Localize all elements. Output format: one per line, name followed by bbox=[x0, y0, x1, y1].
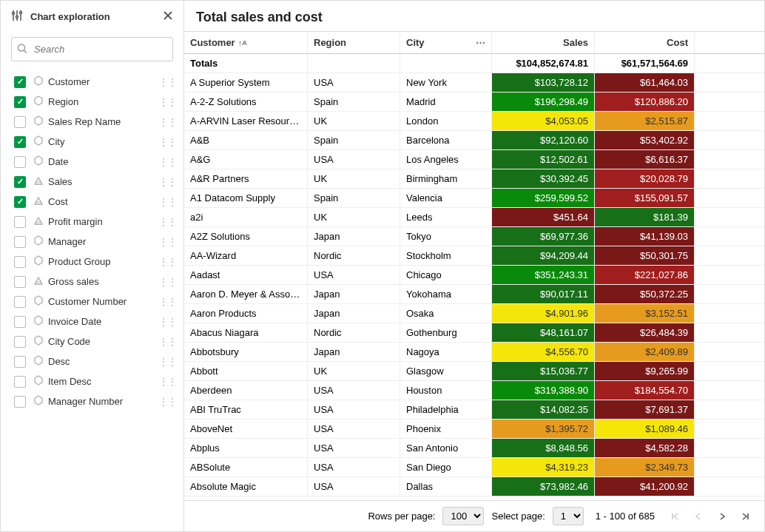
field-item[interactable]: Region⋮⋮ bbox=[1, 92, 183, 112]
drag-handle-icon[interactable]: ⋮⋮ bbox=[158, 256, 176, 268]
table-row[interactable]: A2Z SolutionsJapanTokyo$69,977.36$41,139… bbox=[184, 227, 764, 246]
last-page-button[interactable] bbox=[738, 508, 754, 525]
drag-handle-icon[interactable]: ⋮⋮ bbox=[158, 236, 176, 248]
cell-sales: $351,243.31 bbox=[492, 266, 595, 284]
drag-handle-icon[interactable]: ⋮⋮ bbox=[158, 336, 176, 348]
checkbox[interactable] bbox=[14, 336, 26, 348]
table-row[interactable]: AboveNetUSAPhoenix$1,395.72$1,089.46 bbox=[184, 420, 764, 439]
table-row[interactable]: AberdeenUSAHouston$319,388.90$184,554.70 bbox=[184, 381, 764, 400]
sidebar-search bbox=[11, 37, 173, 61]
drag-handle-icon[interactable]: ⋮⋮ bbox=[158, 396, 176, 408]
table-row[interactable]: AbplusUSASan Antonio$8,848.56$4,582.28 bbox=[184, 439, 764, 458]
field-item[interactable]: Profit margin⋮⋮ bbox=[1, 212, 183, 232]
drag-handle-icon[interactable]: ⋮⋮ bbox=[158, 96, 176, 108]
checkbox[interactable] bbox=[14, 216, 26, 228]
table-row[interactable]: AbbottUKGlasgow$15,036.77$9,265.99 bbox=[184, 362, 764, 381]
checkbox[interactable] bbox=[14, 136, 26, 148]
close-icon[interactable] bbox=[163, 10, 173, 23]
field-item[interactable]: Sales Rep Name⋮⋮ bbox=[1, 112, 183, 132]
checkbox[interactable] bbox=[14, 116, 26, 128]
rows-per-page-select[interactable]: 100 bbox=[442, 507, 484, 525]
table-row[interactable]: AbbotsburyJapanNagoya$4,556.70$2,409.89 bbox=[184, 343, 764, 362]
page-select[interactable]: 1 bbox=[553, 507, 584, 525]
checkbox[interactable] bbox=[14, 316, 26, 328]
table-row[interactable]: Aaron ProductsJapanOsaka$4,901.96$3,152.… bbox=[184, 304, 764, 323]
checkbox[interactable] bbox=[14, 156, 26, 168]
drag-handle-icon[interactable]: ⋮⋮ bbox=[158, 296, 176, 308]
column-header-customer[interactable]: Customer ↑A bbox=[184, 32, 308, 53]
next-page-button[interactable] bbox=[714, 508, 730, 525]
cell-city: Dallas bbox=[400, 477, 492, 496]
drag-handle-icon[interactable]: ⋮⋮ bbox=[158, 196, 176, 208]
field-item[interactable]: Invoice Date⋮⋮ bbox=[1, 312, 183, 331]
checkbox[interactable] bbox=[14, 276, 26, 288]
table-row[interactable]: ABI TruTracUSAPhiladelphia$14,082.35$7,6… bbox=[184, 400, 764, 420]
field-item[interactable]: Desc⋮⋮ bbox=[1, 351, 183, 371]
checkbox[interactable] bbox=[14, 96, 26, 108]
checkbox[interactable] bbox=[14, 376, 26, 388]
drag-handle-icon[interactable]: ⋮⋮ bbox=[158, 276, 176, 288]
field-item[interactable]: Sales⋮⋮ bbox=[1, 172, 183, 192]
table-row[interactable]: A&BSpainBarcelona$92,120.60$53,402.92 bbox=[184, 131, 764, 150]
drag-handle-icon[interactable]: ⋮⋮ bbox=[158, 316, 176, 328]
checkbox[interactable] bbox=[14, 196, 26, 208]
cell-region: USA bbox=[308, 150, 400, 169]
field-item[interactable]: Manager Number⋮⋮ bbox=[1, 391, 183, 411]
prev-page-button[interactable] bbox=[690, 508, 707, 525]
field-item[interactable]: Customer Number⋮⋮ bbox=[1, 292, 183, 312]
field-item[interactable]: Item Desc⋮⋮ bbox=[1, 371, 183, 391]
drag-handle-icon[interactable]: ⋮⋮ bbox=[158, 116, 176, 128]
table-row[interactable]: A&R PartnersUKBirmingham$30,392.45$20,02… bbox=[184, 169, 764, 189]
checkbox[interactable] bbox=[14, 76, 26, 88]
drag-handle-icon[interactable]: ⋮⋮ bbox=[158, 376, 176, 388]
checkbox[interactable] bbox=[14, 396, 26, 408]
drag-handle-icon[interactable]: ⋮⋮ bbox=[158, 216, 176, 228]
table-row[interactable]: A-2-Z SolutionsSpainMadrid$196,298.49$12… bbox=[184, 92, 764, 112]
cell-city: San Diego bbox=[400, 458, 492, 477]
field-item[interactable]: Cost⋮⋮ bbox=[1, 192, 183, 212]
checkbox[interactable] bbox=[14, 356, 26, 368]
column-header-cost[interactable]: Cost bbox=[595, 32, 695, 53]
field-item[interactable]: Customer⋮⋮ bbox=[1, 72, 183, 92]
checkbox[interactable] bbox=[14, 176, 26, 188]
drag-handle-icon[interactable]: ⋮⋮ bbox=[158, 136, 176, 148]
cell-city: Barcelona bbox=[400, 131, 492, 149]
column-header-city[interactable]: City ⋯ bbox=[400, 32, 492, 53]
table-row[interactable]: ABSoluteUSASan Diego$4,319.23$2,349.73 bbox=[184, 458, 764, 477]
drag-handle-icon[interactable]: ⋮⋮ bbox=[158, 176, 176, 188]
table-body[interactable]: Totals $104,852,674.81 $61,571,564.69 A … bbox=[184, 54, 764, 500]
cell-sales: $319,388.90 bbox=[492, 381, 595, 400]
first-page-button[interactable] bbox=[667, 508, 683, 525]
field-item[interactable]: Product Group⋮⋮ bbox=[1, 252, 183, 272]
table-row[interactable]: Aaron D. Meyer & AssociatesJapanYokohama… bbox=[184, 285, 764, 304]
table-row[interactable]: a2iUKLeeds$451.64$181.39 bbox=[184, 208, 764, 227]
table-row[interactable]: A Superior SystemUSANew York$103,728.12$… bbox=[184, 73, 764, 92]
table-row[interactable]: Absolute MagicUSADallas$73,982.46$41,200… bbox=[184, 477, 764, 496]
checkbox[interactable] bbox=[14, 236, 26, 248]
search-input[interactable] bbox=[11, 37, 173, 61]
cell-sales: $4,901.96 bbox=[492, 304, 595, 323]
field-item[interactable]: City Code⋮⋮ bbox=[1, 331, 183, 351]
column-header-sales[interactable]: Sales bbox=[492, 32, 595, 53]
field-item[interactable]: City⋮⋮ bbox=[1, 132, 183, 152]
field-item[interactable]: Date⋮⋮ bbox=[1, 152, 183, 172]
cell-city: Leeds bbox=[400, 208, 492, 226]
more-icon[interactable]: ⋯ bbox=[476, 37, 485, 48]
field-item[interactable]: Manager⋮⋮ bbox=[1, 232, 183, 252]
drag-handle-icon[interactable]: ⋮⋮ bbox=[158, 356, 176, 368]
drag-handle-icon[interactable]: ⋮⋮ bbox=[158, 156, 176, 168]
table-row[interactable]: A&GUSALos Angeles$12,502.61$6,616.37 bbox=[184, 150, 764, 169]
field-item[interactable]: Gross sales⋮⋮ bbox=[1, 272, 183, 292]
table-row[interactable]: AA-WizardNordicStockholm$94,209.44$50,30… bbox=[184, 246, 764, 266]
cell-customer: A&R Partners bbox=[184, 169, 308, 188]
drag-handle-icon[interactable]: ⋮⋮ bbox=[158, 76, 176, 88]
checkbox[interactable] bbox=[14, 296, 26, 308]
table-row[interactable]: A-ARVIN Laser ResourcesUKLondon$4,053.05… bbox=[184, 112, 764, 131]
table-row[interactable]: AadastUSAChicago$351,243.31$221,027.86 bbox=[184, 266, 764, 285]
dimension-icon bbox=[33, 255, 44, 268]
table-row[interactable]: A1 Datacom SupplySpainValencia$259,599.5… bbox=[184, 189, 764, 208]
column-header-region[interactable]: Region bbox=[308, 32, 400, 53]
checkbox[interactable] bbox=[14, 256, 26, 268]
svg-line-9 bbox=[24, 50, 27, 53]
table-row[interactable]: Abacus NiagaraNordicGothenburg$48,161.07… bbox=[184, 323, 764, 343]
